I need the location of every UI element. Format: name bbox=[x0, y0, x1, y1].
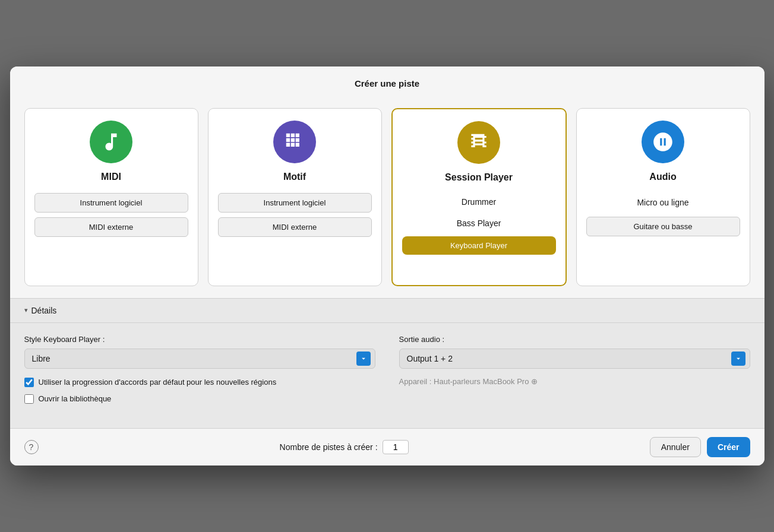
details-right: Sortie audio : Output 1 + 2 Appareil : H… bbox=[399, 335, 750, 410]
cancel-button[interactable]: Annuler bbox=[650, 437, 701, 457]
style-select-wrapper: Libre bbox=[24, 349, 375, 369]
session-label: Session Player bbox=[445, 172, 513, 183]
audio-output-select[interactable]: Output 1 + 2 bbox=[399, 349, 750, 369]
audio-guitar-option[interactable]: Guitare ou basse bbox=[586, 217, 740, 236]
chord-progression-checkbox[interactable] bbox=[24, 378, 34, 387]
dialog-footer: ? Nombre de pistes à créer : Annuler Cré… bbox=[10, 428, 764, 466]
motif-label: Motif bbox=[283, 172, 306, 182]
track-card-midi[interactable]: MIDI Instrument logiciel MIDI externe bbox=[24, 108, 198, 286]
details-left: Style Keyboard Player : Libre Utiliser l… bbox=[24, 335, 375, 410]
device-info: Appareil : Haut-parleurs MacBook Pro ⊕ bbox=[399, 377, 750, 386]
footer-center: Nombre de pistes à créer : bbox=[39, 440, 650, 454]
session-options: Drummer Bass Player Keyboard Player bbox=[402, 194, 556, 255]
checkbox1-row: Utiliser la progression d'accords par dé… bbox=[24, 377, 375, 388]
music-note-icon bbox=[100, 131, 122, 153]
midi-icon bbox=[90, 121, 132, 163]
session-bass-option[interactable]: Bass Player bbox=[402, 215, 556, 232]
details-body: Style Keyboard Player : Libre Utiliser l… bbox=[10, 323, 764, 428]
motif-external-btn[interactable]: MIDI externe bbox=[218, 217, 372, 237]
details-header[interactable]: ▾ Détails bbox=[10, 299, 764, 323]
audio-micro-option[interactable]: Micro ou ligne bbox=[586, 193, 740, 212]
midi-label: MIDI bbox=[101, 172, 121, 182]
track-types-container: MIDI Instrument logiciel MIDI externe Mo… bbox=[10, 99, 764, 298]
audio-icon bbox=[642, 121, 684, 163]
session-drummer-option[interactable]: Drummer bbox=[402, 194, 556, 210]
help-button[interactable]: ? bbox=[24, 440, 39, 454]
session-keyboard-option[interactable]: Keyboard Player bbox=[402, 236, 556, 255]
session-icon bbox=[457, 121, 500, 164]
motif-icon bbox=[273, 121, 316, 163]
open-library-label: Ouvrir la bibliothèque bbox=[39, 394, 112, 404]
device-link-icon[interactable]: ⊕ bbox=[531, 377, 538, 386]
style-label: Style Keyboard Player : bbox=[24, 335, 375, 344]
track-card-motif[interactable]: Motif Instrument logiciel MIDI externe bbox=[208, 108, 382, 286]
midi-options: Instrument logiciel MIDI externe bbox=[34, 193, 188, 237]
motif-options: Instrument logiciel MIDI externe bbox=[218, 193, 372, 237]
audio-output-select-wrapper: Output 1 + 2 bbox=[399, 349, 750, 369]
midi-external-btn[interactable]: MIDI externe bbox=[34, 217, 188, 237]
track-card-session[interactable]: Session Player Drummer Bass Player Keybo… bbox=[391, 108, 567, 286]
motif-software-instrument-btn[interactable]: Instrument logiciel bbox=[218, 193, 372, 213]
open-library-checkbox[interactable] bbox=[24, 394, 34, 404]
count-label: Nombre de pistes à créer : bbox=[280, 442, 378, 452]
waveform-icon bbox=[652, 131, 674, 153]
chord-progression-label: Utiliser la progression d'accords par dé… bbox=[39, 377, 277, 388]
create-track-dialog: Créer une piste MIDI Instrument logiciel… bbox=[10, 66, 764, 466]
dialog-title: Créer une piste bbox=[355, 78, 419, 88]
track-card-audio[interactable]: Audio Micro ou ligne Guitare ou basse bbox=[576, 108, 750, 286]
footer-actions: Annuler Créer bbox=[650, 437, 750, 457]
style-select[interactable]: Libre bbox=[24, 349, 375, 369]
dialog-header: Créer une piste bbox=[10, 66, 764, 99]
audio-label: Audio bbox=[649, 172, 676, 182]
details-chevron-icon: ▾ bbox=[24, 306, 28, 314]
details-label: Détails bbox=[31, 306, 57, 315]
track-count-input[interactable] bbox=[383, 440, 409, 454]
audio-options: Micro ou ligne Guitare ou basse bbox=[586, 193, 740, 236]
create-button[interactable]: Créer bbox=[707, 437, 750, 457]
keyboard-icon bbox=[467, 131, 490, 154]
grid-icon bbox=[283, 131, 306, 153]
midi-software-instrument-btn[interactable]: Instrument logiciel bbox=[34, 193, 188, 213]
details-section: ▾ Détails Style Keyboard Player : Libre … bbox=[10, 298, 764, 428]
checkbox2-row: Ouvrir la bibliothèque bbox=[24, 394, 375, 404]
audio-output-label: Sortie audio : bbox=[399, 335, 750, 344]
